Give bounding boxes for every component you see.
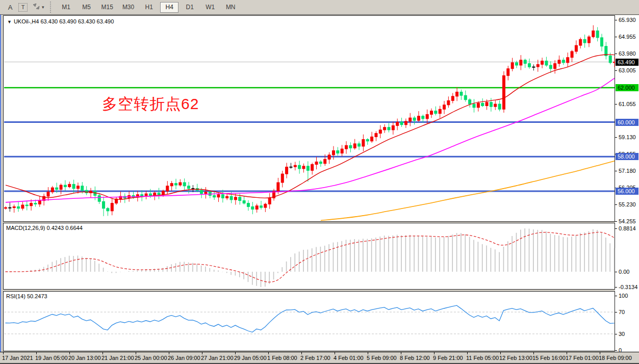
price-tick-label-dash [615, 137, 617, 138]
time-axis-tick [36, 352, 37, 354]
price-tick-label: 61.055 [619, 101, 636, 107]
timeframe-w1-button[interactable]: W1 [201, 2, 219, 13]
price-tick-label-dash [615, 221, 617, 222]
price-level-badge-58.000: 58.000 [616, 153, 638, 160]
time-axis-label: 26 Jan 09:00 [168, 355, 200, 361]
price-tick-label-dash [615, 20, 617, 20]
chart-ohlc-values: 63.430 63.490 63.430 63.490 [41, 18, 114, 24]
macd-tick-label: -0.3134 [619, 284, 637, 290]
time-axis-label: 1 Feb 08:00 [267, 355, 297, 361]
rsi-tick-label-dash [615, 334, 617, 334]
window-edge-accent [0, 15, 1, 352]
time-axis-tick [301, 352, 302, 354]
chart-symbol-label: UKOil-,H4 [14, 18, 39, 24]
price-tick-label-dash [615, 70, 617, 71]
price-tick-label-dash [615, 54, 617, 54]
time-axis-tick [600, 352, 600, 354]
price-tick-label: 63.005 [619, 67, 636, 73]
price-tick-label-dash [615, 37, 617, 37]
price-tick-label: 63.980 [619, 50, 636, 57]
time-axis-tick [434, 352, 434, 354]
price-scale[interactable]: 65.93064.95563.98063.00561.05559.13058.1… [615, 15, 639, 352]
time-axis-label: 4 Feb 01:00 [334, 355, 364, 361]
time-axis-label: 15 Feb 16:00 [532, 355, 566, 361]
time-axis-tick [103, 352, 103, 354]
price-tick-label: 59.130 [619, 134, 636, 140]
timeframe-mn-button[interactable]: MN [221, 2, 240, 13]
timeframe-m1-button[interactable]: M1 [57, 2, 75, 13]
time-axis-label: 8 Feb 12:00 [400, 355, 430, 361]
timeframe-m15-button[interactable]: M15 [98, 2, 117, 13]
time-axis-label: 5 Feb 09:00 [367, 355, 397, 361]
time-axis-label: 9 Feb 21:00 [433, 355, 463, 361]
time-axis-tick [500, 352, 501, 354]
macd-tick-label-dash [615, 228, 617, 229]
rsi-tick-label-dash [615, 296, 617, 296]
macd-tick-label: 0.8814 [619, 225, 636, 231]
time-axis-tick [368, 352, 368, 354]
time-axis-label: 21 Jan 21:00 [101, 355, 134, 361]
time-axis-tick [533, 352, 534, 354]
current-price-badge: 63.490 [616, 59, 638, 66]
price-level-badge-60.000: 60.000 [616, 119, 638, 126]
timeframe-m30-button[interactable]: M30 [119, 2, 138, 13]
time-axis-label: 17 Jan 2021 [2, 355, 33, 361]
chart-collapse-icon[interactable]: ▼ [7, 19, 12, 24]
time-axis-tick [136, 352, 136, 354]
rsi-panel[interactable] [3, 291, 615, 351]
rsi-tick-label-dash [615, 350, 617, 351]
rsi-indicator-label: RSI(14) 50.2473 [6, 293, 47, 299]
arrows-tool-button[interactable]: ▾ [32, 2, 45, 13]
timeframe-h4-button[interactable]: H4 [160, 2, 178, 13]
time-axis-tick [169, 352, 169, 354]
price-tick-label-dash [615, 171, 617, 171]
time-axis-tick [467, 352, 468, 354]
macd-tick-label-dash [615, 287, 617, 288]
time-axis-label: 17 Feb 01:00 [566, 355, 599, 361]
price-tick-label: 57.180 [619, 168, 636, 174]
time-axis-label: 29 Jan 05:00 [234, 355, 267, 361]
macd-tick-label-dash [615, 272, 617, 272]
rsi-tick-label: 30 [619, 331, 625, 337]
main-chart-panel[interactable] [3, 15, 615, 222]
rsi-tick-label-dash [615, 312, 617, 313]
annotation-text: 多空转折点62 [102, 94, 199, 115]
price-tick-label-dash [615, 104, 617, 105]
rsi-tick-label: 70 [619, 309, 625, 315]
arrows-icon [32, 3, 40, 11]
price-tick-label: 64.955 [619, 34, 636, 40]
macd-indicator-label: MACD(12,26,9) 0.4243 0.6644 [6, 225, 83, 231]
time-axis-label: 2 Feb 17:00 [300, 355, 330, 361]
timeframe-h1-button[interactable]: H1 [140, 2, 158, 13]
timeframe-d1-button[interactable]: D1 [181, 2, 199, 13]
text-box-tool-button[interactable]: T [18, 3, 28, 12]
toolbar-drag-handle[interactable] [50, 2, 53, 13]
chart-title: ▼UKOil-,H4 63.430 63.490 63.430 63.490 [7, 18, 114, 24]
time-axis-label: 18 Feb 09:00 [599, 355, 632, 361]
macd-tick-label: 0.00 [619, 269, 629, 275]
time-axis-tick [202, 352, 202, 354]
time-axis-tick [3, 352, 4, 354]
macd-panel[interactable] [3, 223, 615, 290]
time-axis-label: 27 Jan 21:00 [201, 355, 234, 361]
time-axis-label: 25 Jan 00:00 [135, 355, 167, 361]
price-tick-label-dash [615, 204, 617, 205]
time-axis[interactable]: 17 Jan 202119 Jan 05:0020 Jan 13:0021 Ja… [0, 352, 639, 364]
time-axis-tick [69, 352, 70, 354]
price-tick-label: 55.230 [619, 201, 636, 207]
chevron-down-icon[interactable]: ▾ [42, 5, 44, 10]
time-axis-tick [401, 352, 401, 354]
price-level-badge-56.000: 56.000 [616, 188, 638, 195]
time-axis-label: 12 Feb 13:00 [499, 355, 532, 361]
text-label-tool-button[interactable]: A [4, 2, 16, 13]
mt4-window: A T ▾ M1 M5 M15 M30 H1 H4 D1 W1 MN ▼UKOi… [0, 0, 639, 364]
time-axis-label: 11 Feb 05:00 [466, 355, 499, 361]
time-axis-label: 20 Jan 13:00 [68, 355, 101, 361]
time-axis-tick [235, 352, 236, 354]
time-axis-tick [268, 352, 269, 354]
rsi-tick-label: 100 [619, 293, 628, 299]
price-level-badge-62.000: 62.000 [616, 84, 638, 91]
price-tick-label: 65.930 [619, 17, 636, 23]
timeframe-m5-button[interactable]: M5 [78, 2, 96, 13]
toolbar: A T ▾ M1 M5 M15 M30 H1 H4 D1 W1 MN [0, 0, 639, 15]
